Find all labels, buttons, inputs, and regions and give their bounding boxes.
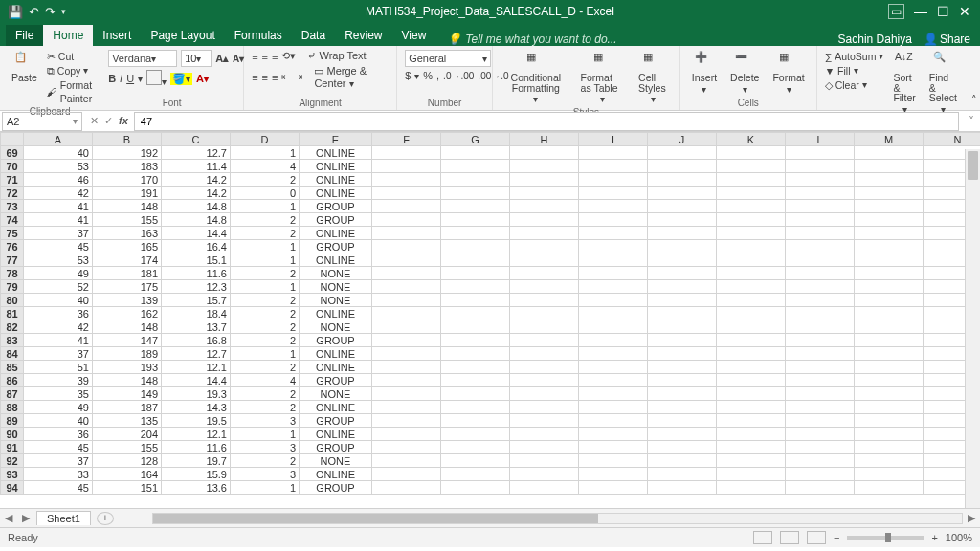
tell-me-search[interactable]: 💡 Tell me what you want to do...	[435, 33, 828, 46]
cell[interactable]	[648, 213, 717, 227]
cell[interactable]	[786, 481, 855, 495]
row-header[interactable]: 84	[1, 347, 24, 361]
maximize-button[interactable]: ☐	[937, 4, 949, 19]
row-header[interactable]: 71	[1, 173, 24, 187]
cell[interactable]: 151	[93, 481, 162, 495]
cell[interactable]	[372, 200, 441, 213]
cell[interactable]: 14.8	[162, 213, 231, 227]
cell[interactable]	[648, 468, 717, 481]
cell[interactable]: 41	[24, 200, 93, 213]
cell[interactable]: 16.8	[162, 334, 231, 347]
cell[interactable]	[372, 387, 441, 401]
cell[interactable]: 175	[93, 280, 162, 294]
cell[interactable]: 162	[93, 307, 162, 320]
cell[interactable]	[717, 414, 786, 428]
cell[interactable]	[579, 387, 648, 401]
cell[interactable]	[786, 160, 855, 173]
row-header[interactable]: 75	[1, 227, 24, 240]
cell[interactable]	[372, 280, 441, 294]
cell[interactable]: ONLINE	[300, 146, 372, 160]
cell[interactable]	[441, 173, 510, 187]
column-header-D[interactable]: D	[231, 133, 300, 146]
column-header-A[interactable]: A	[24, 133, 93, 146]
cell[interactable]: 49	[24, 267, 93, 280]
cell[interactable]: 183	[93, 160, 162, 173]
cell[interactable]	[372, 294, 441, 307]
cell[interactable]: ONLINE	[300, 253, 372, 267]
cell[interactable]: 45	[24, 481, 93, 495]
cell[interactable]: 193	[93, 361, 162, 374]
cell[interactable]	[648, 428, 717, 441]
cell[interactable]: ONLINE	[300, 428, 372, 441]
cell[interactable]	[510, 441, 579, 454]
row-header[interactable]: 73	[1, 200, 24, 213]
cell[interactable]	[372, 173, 441, 187]
cell[interactable]: GROUP	[300, 441, 372, 454]
cell[interactable]: 14.2	[162, 187, 231, 200]
cell[interactable]: 40	[24, 294, 93, 307]
cell[interactable]: 35	[24, 387, 93, 401]
cell[interactable]: 2	[231, 320, 300, 334]
cell[interactable]	[855, 374, 924, 387]
zoom-out-button[interactable]: −	[834, 532, 839, 543]
cell[interactable]	[372, 481, 441, 495]
cell[interactable]	[372, 428, 441, 441]
cell[interactable]	[510, 428, 579, 441]
hscroll-thumb[interactable]	[153, 514, 598, 523]
cell[interactable]	[717, 160, 786, 173]
column-header-J[interactable]: J	[648, 133, 717, 146]
cell[interactable]: GROUP	[300, 334, 372, 347]
cell[interactable]	[510, 240, 579, 253]
cell[interactable]	[855, 454, 924, 468]
page-break-view-button[interactable]	[807, 531, 826, 544]
cell[interactable]	[372, 441, 441, 454]
cell[interactable]	[855, 173, 924, 187]
cell[interactable]: 15.9	[162, 468, 231, 481]
minimize-button[interactable]: —	[914, 4, 927, 19]
cell[interactable]	[648, 334, 717, 347]
cell[interactable]	[717, 374, 786, 387]
cell[interactable]: 187	[93, 401, 162, 414]
cell[interactable]: 16.4	[162, 240, 231, 253]
share-button[interactable]: 👤Share	[924, 33, 970, 46]
cell[interactable]: NONE	[300, 267, 372, 280]
number-format-select[interactable]: General ▾	[405, 50, 491, 67]
cell[interactable]: 204	[93, 428, 162, 441]
cell[interactable]	[717, 320, 786, 334]
cell[interactable]: 41	[24, 334, 93, 347]
cell[interactable]: 4	[231, 374, 300, 387]
name-box[interactable]: A2▾	[2, 112, 82, 131]
cell[interactable]: GROUP	[300, 213, 372, 227]
cell[interactable]: NONE	[300, 294, 372, 307]
row-header[interactable]: 91	[1, 441, 24, 454]
cell[interactable]	[648, 320, 717, 334]
format-as-table-button[interactable]: ▦ Format as Table▾	[577, 50, 630, 106]
border-button[interactable]: ▾	[146, 70, 167, 87]
cell[interactable]	[855, 160, 924, 173]
cell[interactable]: 139	[93, 294, 162, 307]
cell[interactable]: 0	[231, 187, 300, 200]
row-header[interactable]: 93	[1, 468, 24, 481]
cell[interactable]	[579, 468, 648, 481]
cell[interactable]	[717, 481, 786, 495]
cell[interactable]	[786, 253, 855, 267]
cell[interactable]: 148	[93, 374, 162, 387]
row-header[interactable]: 72	[1, 187, 24, 200]
row-header[interactable]: 79	[1, 280, 24, 294]
cell[interactable]: 37	[24, 454, 93, 468]
cell[interactable]: 41	[24, 213, 93, 227]
cell[interactable]: 155	[93, 441, 162, 454]
cell[interactable]	[579, 481, 648, 495]
qat-dropdown-icon[interactable]: ▾	[61, 7, 66, 16]
row-header[interactable]: 82	[1, 320, 24, 334]
cell[interactable]	[372, 374, 441, 387]
cell[interactable]	[855, 200, 924, 213]
column-header-G[interactable]: G	[441, 133, 510, 146]
row-header[interactable]: 89	[1, 414, 24, 428]
bold-button[interactable]: B	[108, 73, 116, 84]
italic-button[interactable]: I	[120, 73, 122, 84]
cell[interactable]: 42	[24, 187, 93, 200]
fx-icon[interactable]: fx	[119, 115, 128, 127]
cell[interactable]	[441, 240, 510, 253]
cell[interactable]: 165	[93, 240, 162, 253]
